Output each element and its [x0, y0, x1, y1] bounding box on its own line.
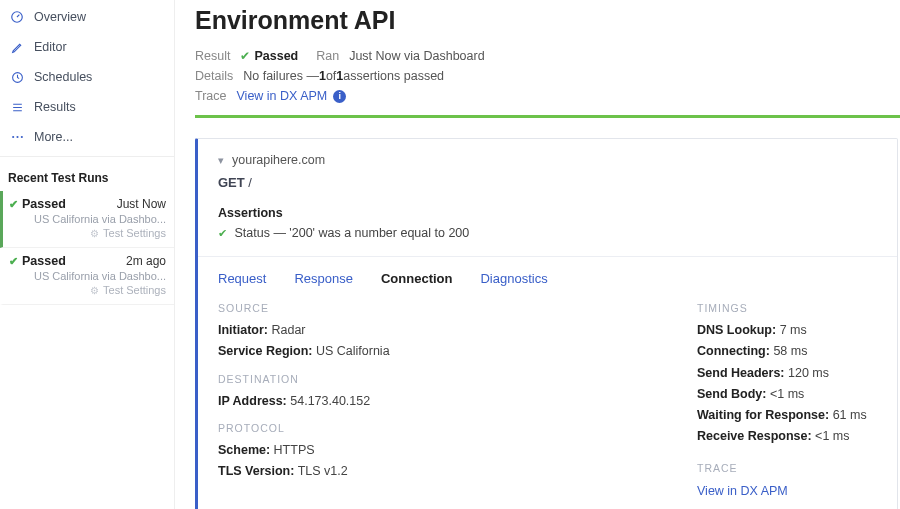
request-line: GET /	[218, 175, 877, 190]
result-label: Result	[195, 49, 230, 63]
details-label: Details	[195, 69, 233, 83]
nav-label: Editor	[34, 40, 67, 54]
clock-icon	[8, 70, 26, 84]
gear-icon: ⚙	[90, 228, 99, 239]
page-title: Environment API	[195, 6, 900, 35]
ip-row: IP Address: 54.173.40.152	[218, 391, 390, 412]
list-icon	[8, 100, 26, 114]
run-location: US California via Dashbo...	[9, 213, 166, 225]
sendbody-row: Send Body: <1 ms	[697, 384, 867, 405]
scheme-row: Scheme: HTTPS	[218, 440, 390, 461]
connecting-row: Connecting: 58 ms	[697, 341, 867, 362]
nav-label: More...	[34, 130, 73, 144]
result-value: Passed	[254, 49, 298, 63]
destination-label: DESTINATION	[218, 373, 390, 385]
dns-row: DNS Lookup: 7 ms	[697, 320, 867, 341]
tab-diagnostics[interactable]: Diagnostics	[480, 271, 547, 286]
result-line: Result ✔ Passed Ran Just Now via Dashboa…	[195, 49, 900, 63]
trace-link[interactable]: View in DX APM	[237, 89, 328, 103]
svg-point-3	[16, 136, 18, 138]
run-status-text: Passed	[22, 254, 66, 268]
waiting-row: Waiting for Response: 61 ms	[697, 405, 867, 426]
host-name: yourapihere.com	[232, 153, 325, 167]
run-time: 2m ago	[126, 254, 166, 268]
trace-link-card[interactable]: View in DX APM	[697, 484, 788, 498]
svg-point-2	[12, 136, 14, 138]
run-location: US California via Dashbo...	[9, 270, 166, 282]
nav-label: Schedules	[34, 70, 92, 84]
divider	[0, 156, 174, 157]
nav-label: Results	[34, 100, 76, 114]
region-row: Service Region: US California	[218, 341, 390, 362]
recent-run-item[interactable]: ✔Passed 2m ago US California via Dashbo.…	[0, 248, 174, 305]
sidebar: Overview Editor Schedules Results More..…	[0, 0, 175, 509]
main-content: Environment API Result ✔ Passed Ran Just…	[175, 0, 900, 509]
tab-connection[interactable]: Connection	[381, 271, 453, 286]
dots-icon	[8, 130, 26, 144]
info-icon[interactable]: i	[333, 90, 346, 103]
protocol-label: Protocol	[218, 422, 390, 434]
pencil-icon	[8, 40, 26, 54]
assertion-row: ✔ Status — '200' was a number equal to 2…	[218, 226, 877, 240]
source-label: SOURCE	[218, 302, 390, 314]
gear-icon: ⚙	[90, 285, 99, 296]
receive-row: Receive Response: <1 ms	[697, 426, 867, 447]
ran-value: Just Now via Dashboard	[349, 49, 484, 63]
trace-section-label: TRACE	[697, 462, 867, 474]
connection-left-column: SOURCE Initiator: Radar Service Region: …	[218, 296, 390, 482]
card-header[interactable]: ▾ yourapihere.com	[218, 153, 877, 167]
check-icon: ✔	[218, 227, 227, 239]
nav-results[interactable]: Results	[0, 92, 174, 122]
nav-overview[interactable]: Overview	[0, 2, 174, 32]
trace-line: Trace View in DX APM i	[195, 89, 900, 103]
tab-request[interactable]: Request	[218, 271, 266, 286]
recent-runs-header: Recent Test Runs	[0, 161, 174, 191]
chevron-down-icon: ▾	[218, 154, 224, 167]
initiator-row: Initiator: Radar	[218, 320, 390, 341]
run-time: Just Now	[117, 197, 166, 211]
assertions-title: Assertions	[218, 206, 877, 220]
nav-more[interactable]: More...	[0, 122, 174, 152]
nav-schedules[interactable]: Schedules	[0, 62, 174, 92]
details-line: Details No failures — 1 of 1 assertions …	[195, 69, 900, 83]
run-settings-link[interactable]: ⚙Test Settings	[9, 284, 166, 296]
check-icon: ✔	[9, 198, 18, 210]
tls-row: TLS Version: TLS v1.2	[218, 461, 390, 482]
ran-label: Ran	[316, 49, 339, 63]
gauge-icon	[8, 10, 26, 24]
check-icon: ✔	[240, 49, 250, 63]
check-icon: ✔	[9, 255, 18, 267]
connection-right-column: TIMINGS DNS Lookup: 7 ms Connecting: 58 …	[697, 296, 867, 498]
trace-label: Trace	[195, 89, 227, 103]
run-settings-link[interactable]: ⚙Test Settings	[9, 227, 166, 239]
recent-run-item[interactable]: ✔Passed Just Now US California via Dashb…	[0, 191, 174, 248]
request-card: ▾ yourapihere.com GET / Assertions ✔ Sta…	[195, 138, 898, 509]
nav-label: Overview	[34, 10, 86, 24]
svg-point-4	[20, 136, 22, 138]
status-bar	[195, 115, 900, 118]
nav-editor[interactable]: Editor	[0, 32, 174, 62]
sendheaders-row: Send Headers: 120 ms	[697, 363, 867, 384]
run-status-text: Passed	[22, 197, 66, 211]
tab-response[interactable]: Response	[294, 271, 353, 286]
tabs: Request Response Connection Diagnostics	[218, 257, 877, 296]
timings-label: TIMINGS	[697, 302, 867, 314]
